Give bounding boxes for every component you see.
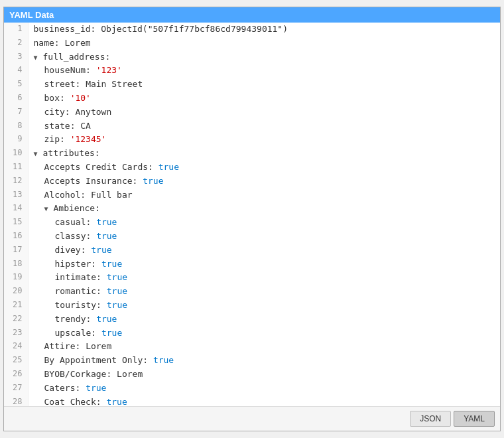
line-content: Coat Check: true <box>28 396 500 406</box>
table-row: 23upscale: true <box>4 327 500 340</box>
line-content: city: Anytown <box>28 106 500 119</box>
line-content: classy: true <box>28 230 500 244</box>
table-row: 8state: CA <box>4 119 500 133</box>
table-row: 13Alcohol: Full bar <box>4 188 500 202</box>
line-number: 13 <box>4 188 28 202</box>
table-row: 17divey: true <box>4 244 500 257</box>
line-number: 23 <box>4 327 28 340</box>
line-content: Attire: Lorem <box>28 340 500 354</box>
yaml-panel: YAML Data 1business_id: ObjectId("507f1f… <box>3 7 501 431</box>
expand-icon[interactable]: ▼ <box>44 205 52 212</box>
line-number: 14 <box>4 202 28 216</box>
line-content: ▼ full_address: <box>28 50 500 64</box>
json-button[interactable]: JSON <box>410 411 451 427</box>
line-content: ▼ Ambience: <box>28 202 500 216</box>
table-row: 25By Appointment Only: true <box>4 354 500 368</box>
table-row: 16classy: true <box>4 230 500 244</box>
line-content: houseNum: '123' <box>28 64 500 78</box>
table-row: 4houseNum: '123' <box>4 64 500 78</box>
line-number: 24 <box>4 340 28 354</box>
line-content: By Appointment Only: true <box>28 354 500 368</box>
line-content: Accepts Insurance: true <box>28 175 500 188</box>
yaml-button[interactable]: YAML <box>454 411 495 427</box>
table-row: 1business_id: ObjectId("507f1f77bcf86cd7… <box>4 23 500 36</box>
code-table: 1business_id: ObjectId("507f1f77bcf86cd7… <box>4 23 500 406</box>
table-row: 24Attire: Lorem <box>4 340 500 354</box>
panel-body: 1business_id: ObjectId("507f1f77bcf86cd7… <box>4 23 500 406</box>
line-number: 8 <box>4 119 28 133</box>
table-row: 15casual: true <box>4 216 500 230</box>
table-row: 21touristy: true <box>4 299 500 313</box>
line-number: 28 <box>4 396 28 406</box>
line-number: 20 <box>4 285 28 299</box>
table-row: 12Accepts Insurance: true <box>4 175 500 188</box>
code-area[interactable]: 1business_id: ObjectId("507f1f77bcf86cd7… <box>4 23 500 406</box>
line-number: 1 <box>4 23 28 36</box>
line-content: divey: true <box>28 244 500 257</box>
line-number: 25 <box>4 354 28 368</box>
line-number: 10 <box>4 147 28 161</box>
line-number: 3 <box>4 50 28 64</box>
expand-icon[interactable]: ▼ <box>34 150 42 157</box>
line-number: 9 <box>4 133 28 147</box>
table-row: 22trendy: true <box>4 313 500 327</box>
table-row: 5street: Main Street <box>4 78 500 92</box>
line-content: ▼ attributes: <box>28 147 500 161</box>
table-row: 28Coat Check: true <box>4 396 500 406</box>
line-number: 6 <box>4 92 28 106</box>
line-content: upscale: true <box>28 327 500 340</box>
table-row: 26BYOB/Corkage: Lorem <box>4 368 500 382</box>
line-number: 2 <box>4 36 28 50</box>
panel-title: YAML Data <box>4 7 500 23</box>
table-row: 14▼ Ambience: <box>4 202 500 216</box>
table-row: 27Caters: true <box>4 382 500 396</box>
line-number: 22 <box>4 313 28 327</box>
line-number: 16 <box>4 230 28 244</box>
table-row: 6box: '10' <box>4 92 500 106</box>
line-content: zip: '12345' <box>28 133 500 147</box>
table-row: 3▼ full_address: <box>4 50 500 64</box>
table-row: 9zip: '12345' <box>4 133 500 147</box>
table-row: 20romantic: true <box>4 285 500 299</box>
line-content: romantic: true <box>28 285 500 299</box>
line-number: 19 <box>4 271 28 285</box>
line-content: BYOB/Corkage: Lorem <box>28 368 500 382</box>
line-number: 17 <box>4 244 28 257</box>
line-content: casual: true <box>28 216 500 230</box>
line-content: touristy: true <box>28 299 500 313</box>
expand-icon[interactable]: ▼ <box>34 54 42 61</box>
line-content: trendy: true <box>28 313 500 327</box>
line-content: Alcohol: Full bar <box>28 188 500 202</box>
line-content: hipster: true <box>28 257 500 271</box>
line-number: 15 <box>4 216 28 230</box>
line-number: 11 <box>4 161 28 175</box>
line-content: box: '10' <box>28 92 500 106</box>
line-number: 7 <box>4 106 28 119</box>
line-content: business_id: ObjectId("507f1f77bcf86cd79… <box>28 23 500 36</box>
table-row: 19intimate: true <box>4 271 500 285</box>
line-content: intimate: true <box>28 271 500 285</box>
panel-footer: JSON YAML <box>4 406 500 431</box>
line-content: Accepts Credit Cards: true <box>28 161 500 175</box>
line-number: 21 <box>4 299 28 313</box>
line-number: 27 <box>4 382 28 396</box>
table-row: 7city: Anytown <box>4 106 500 119</box>
table-row: 2name: Lorem <box>4 36 500 50</box>
line-number: 4 <box>4 64 28 78</box>
line-number: 18 <box>4 257 28 271</box>
table-row: 11Accepts Credit Cards: true <box>4 161 500 175</box>
line-number: 5 <box>4 78 28 92</box>
line-content: state: CA <box>28 119 500 133</box>
line-number: 12 <box>4 175 28 188</box>
table-row: 18hipster: true <box>4 257 500 271</box>
line-number: 26 <box>4 368 28 382</box>
line-content: name: Lorem <box>28 36 500 50</box>
line-content: Caters: true <box>28 382 500 396</box>
line-content: street: Main Street <box>28 78 500 92</box>
table-row: 10▼ attributes: <box>4 147 500 161</box>
